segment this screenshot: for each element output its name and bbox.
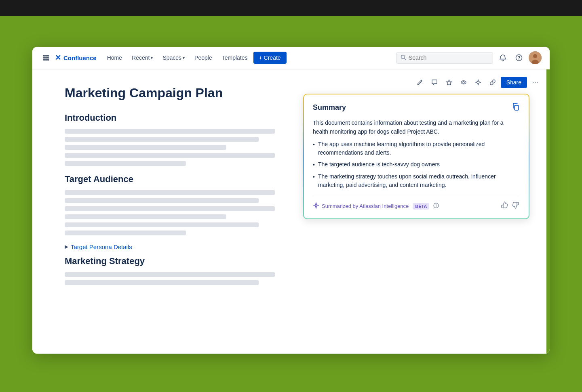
beta-badge: BETA	[413, 203, 429, 210]
nav-spaces-chevron: ▾	[183, 56, 185, 60]
green-side-strip	[546, 69, 550, 354]
text-line	[65, 272, 275, 277]
text-line	[65, 206, 275, 211]
text-line	[65, 145, 226, 150]
apps-grid-icon[interactable]	[40, 52, 52, 63]
text-line	[65, 153, 275, 158]
more-icon: ···	[532, 78, 538, 86]
summary-footer-left: Summarized by Atlassian Intelligence BET…	[313, 202, 439, 210]
summary-panel: Summary This document contains informati…	[303, 94, 529, 220]
text-line	[65, 129, 275, 134]
atlassian-intelligence-icon	[313, 202, 319, 210]
svg-rect-7	[45, 59, 47, 61]
summary-bullet-1: The app uses machine learning algorithms…	[313, 140, 520, 157]
expandable-label: Target Persona Details	[71, 243, 132, 250]
link-icon[interactable]	[486, 76, 499, 89]
svg-marker-16	[446, 80, 451, 85]
svg-point-20	[315, 205, 317, 206]
search-bar[interactable]	[396, 52, 493, 64]
share-button-label: Share	[506, 79, 521, 86]
confluence-logo[interactable]: ✕ Confluence	[55, 53, 97, 62]
bullet-text: The marketing strategy touches upon soci…	[318, 172, 520, 189]
svg-rect-3	[43, 57, 45, 59]
summary-title: Summary	[313, 103, 346, 112]
page-toolbar: Share ···	[413, 76, 542, 89]
summary-intro-text: This document contains information about…	[313, 118, 520, 136]
svg-point-12	[519, 59, 519, 60]
confluence-logo-text: Confluence	[63, 55, 97, 61]
svg-rect-8	[47, 59, 49, 61]
copy-icon[interactable]	[512, 103, 520, 113]
summary-body: This document contains information about…	[313, 118, 520, 190]
bullet-text: The targeted audience is tech-savvy dog …	[318, 160, 440, 169]
svg-rect-1	[45, 55, 47, 57]
bullet-text: The app uses machine learning algorithms…	[318, 140, 520, 157]
svg-line-10	[405, 58, 406, 60]
main-content: Share ··· Marketing Campaign Plan Introd…	[32, 69, 550, 354]
thumbs-down-icon[interactable]	[512, 201, 520, 211]
nav-templates-label: Templates	[222, 55, 248, 61]
nav-spaces-label: Spaces	[162, 55, 181, 61]
summary-header: Summary	[313, 103, 520, 113]
confluence-logo-icon: ✕	[55, 53, 61, 62]
summary-bullets: The app uses machine learning algorithms…	[313, 140, 520, 189]
text-line	[65, 198, 259, 203]
svg-point-18	[463, 82, 464, 83]
svg-rect-19	[515, 105, 519, 110]
nav-spaces[interactable]: Spaces ▾	[158, 52, 189, 63]
target-persona-expandable[interactable]: ▶ Target Persona Details	[65, 243, 364, 250]
text-line	[65, 280, 259, 285]
share-button[interactable]: Share	[501, 77, 527, 88]
star-icon[interactable]	[443, 76, 455, 89]
thumbs-up-icon[interactable]	[500, 201, 508, 211]
text-line	[65, 137, 259, 142]
nav-recent-chevron: ▾	[151, 56, 153, 60]
avatar-image	[529, 51, 542, 64]
text-line	[65, 190, 275, 195]
marketing-strategy-lines	[65, 272, 364, 285]
comment-icon[interactable]	[428, 76, 441, 89]
svg-point-23	[436, 204, 436, 205]
summary-footer: Summarized by Atlassian Intelligence BET…	[313, 196, 520, 211]
edit-icon[interactable]	[413, 76, 426, 89]
summary-bullet-2: The targeted audience is tech-savvy dog …	[313, 160, 520, 169]
nav-home-label: Home	[107, 55, 122, 61]
svg-point-17	[461, 81, 466, 84]
nav-links: Home Recent ▾ Spaces ▾ People Templates …	[103, 52, 393, 64]
nav-home[interactable]: Home	[103, 52, 126, 63]
summarized-by-label: Summarized by Atlassian Intelligence	[322, 203, 409, 209]
nav-recent[interactable]: Recent ▾	[128, 52, 157, 63]
svg-rect-0	[43, 55, 45, 57]
marketing-strategy-heading: Marketing Strategy	[65, 256, 364, 266]
expand-chevron-icon: ▶	[65, 244, 68, 249]
nav-recent-label: Recent	[132, 55, 150, 61]
watch-icon[interactable]	[457, 76, 470, 89]
svg-rect-5	[47, 57, 49, 59]
create-button[interactable]: + Create	[253, 52, 287, 64]
feedback-icons	[500, 201, 520, 211]
notifications-button[interactable]	[496, 51, 509, 64]
summary-bullet-3: The marketing strategy touches upon soci…	[313, 172, 520, 189]
text-line	[65, 222, 259, 227]
navbar: ✕ Confluence Home Recent ▾ Spaces ▾ Peop…	[32, 47, 550, 69]
text-line	[65, 214, 226, 219]
info-icon[interactable]	[433, 203, 439, 210]
text-line	[65, 231, 186, 235]
svg-point-14	[533, 54, 537, 58]
svg-rect-2	[47, 55, 49, 57]
avatar[interactable]	[529, 51, 542, 64]
search-icon	[401, 55, 406, 61]
svg-rect-4	[45, 57, 47, 59]
more-actions-button[interactable]: ···	[529, 76, 542, 89]
search-input[interactable]	[409, 55, 489, 61]
nav-people[interactable]: People	[190, 52, 216, 63]
summary-inner: Summary This document contains informati…	[304, 94, 529, 219]
create-button-label: + Create	[259, 55, 281, 61]
nav-right	[396, 51, 542, 64]
nav-people-label: People	[194, 55, 212, 61]
help-button[interactable]	[512, 51, 525, 64]
nav-templates[interactable]: Templates	[218, 52, 252, 63]
text-line	[65, 161, 186, 166]
ai-sparkle-icon[interactable]	[472, 76, 485, 89]
svg-rect-6	[43, 59, 45, 61]
